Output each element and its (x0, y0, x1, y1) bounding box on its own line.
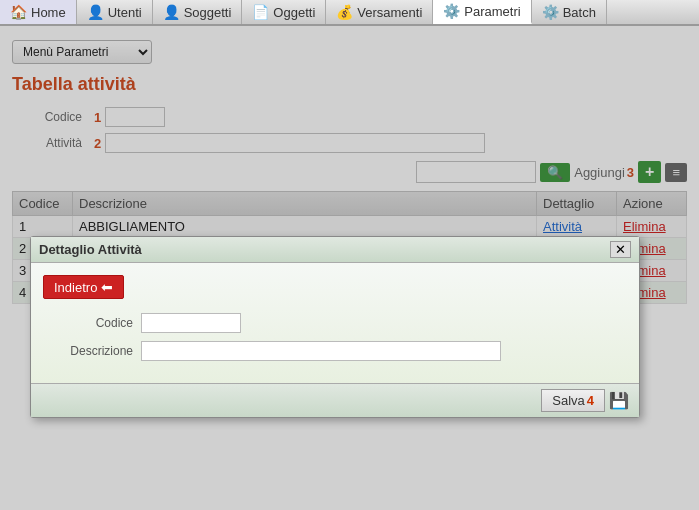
nav-item-versamenti[interactable]: 💰 Versamenti (326, 0, 433, 24)
nav-bar: 🏠 Home 👤 Utenti 👤 Soggetti 📄 Oggetti 💰 V… (0, 0, 699, 26)
floppy-disk-icon: 💾 (609, 391, 629, 410)
nav-label-utenti: Utenti (108, 5, 142, 20)
modal-codice-label: Codice (43, 316, 133, 330)
utenti-icon: 👤 (87, 4, 104, 20)
modal-body: Indietro ⬅ Codice Descrizione (31, 263, 639, 383)
modal-header: Dettaglio Attività ✕ (31, 237, 639, 263)
nav-item-batch[interactable]: ⚙️ Batch (532, 0, 607, 24)
modal-back-row: Indietro ⬅ (43, 275, 627, 299)
nav-label-soggetti: Soggetti (184, 5, 232, 20)
versamenti-icon: 💰 (336, 4, 353, 20)
nav-item-utenti[interactable]: 👤 Utenti (77, 0, 153, 24)
main-content: Menù Parametri Tabella attività Codice 1… (0, 26, 699, 510)
save-button[interactable]: Salva4 (541, 389, 605, 412)
nav-label-parametri: Parametri (464, 4, 520, 19)
modal-close-button[interactable]: ✕ (610, 241, 631, 258)
back-button[interactable]: Indietro ⬅ (43, 275, 124, 299)
modal-dettaglio: Dettaglio Attività ✕ Indietro ⬅ Codice D… (30, 236, 640, 418)
modal-codice-row: Codice (43, 313, 627, 333)
modal-title: Dettaglio Attività (39, 242, 142, 257)
modal-footer: Salva4 💾 (31, 383, 639, 417)
modal-descrizione-label: Descrizione (43, 344, 133, 358)
home-icon: 🏠 (10, 4, 27, 20)
oggetti-icon: 📄 (252, 4, 269, 20)
nav-label-home: Home (31, 5, 66, 20)
soggetti-icon: 👤 (163, 4, 180, 20)
nav-item-home[interactable]: 🏠 Home (0, 0, 77, 24)
batch-icon: ⚙️ (542, 4, 559, 20)
nav-label-oggetti: Oggetti (273, 5, 315, 20)
nav-item-soggetti[interactable]: 👤 Soggetti (153, 0, 243, 24)
nav-label-batch: Batch (563, 5, 596, 20)
close-icon: ✕ (615, 242, 626, 257)
nav-item-oggetti[interactable]: 📄 Oggetti (242, 0, 326, 24)
nav-label-versamenti: Versamenti (357, 5, 422, 20)
modal-descrizione-input[interactable] (141, 341, 501, 361)
modal-descrizione-row: Descrizione (43, 341, 627, 361)
parametri-icon: ⚙️ (443, 3, 460, 19)
modal-codice-input[interactable] (141, 313, 241, 333)
nav-item-parametri[interactable]: ⚙️ Parametri (433, 0, 531, 24)
back-arrow-icon: ⬅ (101, 279, 113, 295)
back-label: Indietro (54, 280, 97, 295)
